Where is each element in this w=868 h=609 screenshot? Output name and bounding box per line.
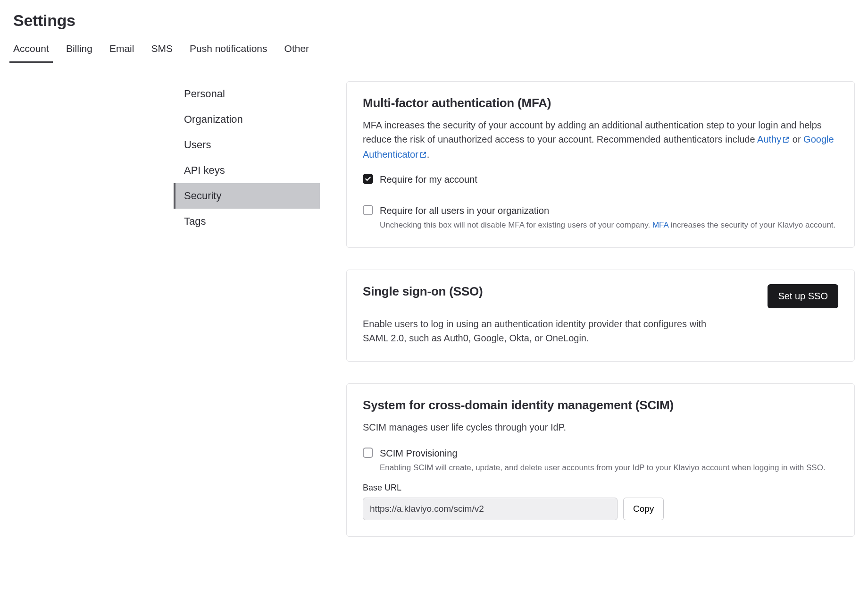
tab-billing[interactable]: Billing bbox=[66, 43, 92, 63]
scim-provisioning-checkbox[interactable] bbox=[363, 448, 373, 458]
base-url-input[interactable] bbox=[363, 498, 618, 520]
require-org-checkbox[interactable] bbox=[363, 205, 373, 215]
tab-sms[interactable]: SMS bbox=[151, 43, 173, 63]
scim-description: SCIM manages user life cycles through yo… bbox=[363, 420, 838, 434]
mfa-card: Multi-factor authentication (MFA) MFA in… bbox=[346, 81, 855, 248]
sso-heading: Single sign-on (SSO) bbox=[363, 284, 756, 299]
scim-provisioning-subtext: Enabling SCIM will create, update, and d… bbox=[380, 462, 826, 474]
mfa-desc-suffix: . bbox=[427, 149, 430, 160]
mfa-desc-text: MFA increases the security of your accou… bbox=[363, 120, 822, 144]
tab-push-notifications[interactable]: Push notifications bbox=[190, 43, 267, 63]
external-link-icon bbox=[782, 133, 790, 147]
mfa-desc-or: or bbox=[793, 134, 803, 144]
tab-other[interactable]: Other bbox=[284, 43, 309, 63]
external-link-icon bbox=[419, 148, 427, 162]
scim-heading: System for cross-domain identity managem… bbox=[363, 398, 838, 413]
sidebar-item-organization[interactable]: Organization bbox=[174, 107, 320, 132]
copy-button[interactable]: Copy bbox=[623, 498, 664, 520]
require-my-account-checkbox[interactable] bbox=[363, 174, 373, 184]
tab-account[interactable]: Account bbox=[13, 43, 49, 63]
authy-link[interactable]: Authy bbox=[757, 134, 790, 144]
mfa-heading: Multi-factor authentication (MFA) bbox=[363, 96, 838, 110]
setup-sso-button[interactable]: Set up SSO bbox=[768, 284, 838, 308]
mfa-help-link[interactable]: MFA bbox=[652, 220, 668, 229]
sidebar-item-tags[interactable]: Tags bbox=[174, 209, 320, 234]
scim-card: System for cross-domain identity managem… bbox=[346, 383, 855, 537]
sidebar: Personal Organization Users API keys Sec… bbox=[174, 81, 320, 537]
sso-card: Single sign-on (SSO) Set up SSO Enable u… bbox=[346, 270, 855, 362]
scim-provisioning-label: SCIM Provisioning bbox=[380, 447, 826, 460]
sidebar-item-api-keys[interactable]: API keys bbox=[174, 158, 320, 183]
sidebar-item-security[interactable]: Security bbox=[174, 183, 320, 209]
page-title: Settings bbox=[13, 11, 855, 30]
tab-email[interactable]: Email bbox=[109, 43, 134, 63]
sso-description: Enable users to log in using an authenti… bbox=[363, 317, 721, 345]
tabs: Account Billing Email SMS Push notificat… bbox=[13, 43, 855, 63]
require-org-subtext: Unchecking this box will not disable MFA… bbox=[380, 219, 835, 231]
mfa-description: MFA increases the security of your accou… bbox=[363, 118, 838, 162]
require-org-label: Require for all users in your organizati… bbox=[380, 204, 835, 217]
require-my-account-label: Require for my account bbox=[380, 173, 477, 186]
sidebar-item-users[interactable]: Users bbox=[174, 132, 320, 158]
base-url-label: Base URL bbox=[363, 483, 838, 493]
sidebar-item-personal[interactable]: Personal bbox=[174, 81, 320, 107]
